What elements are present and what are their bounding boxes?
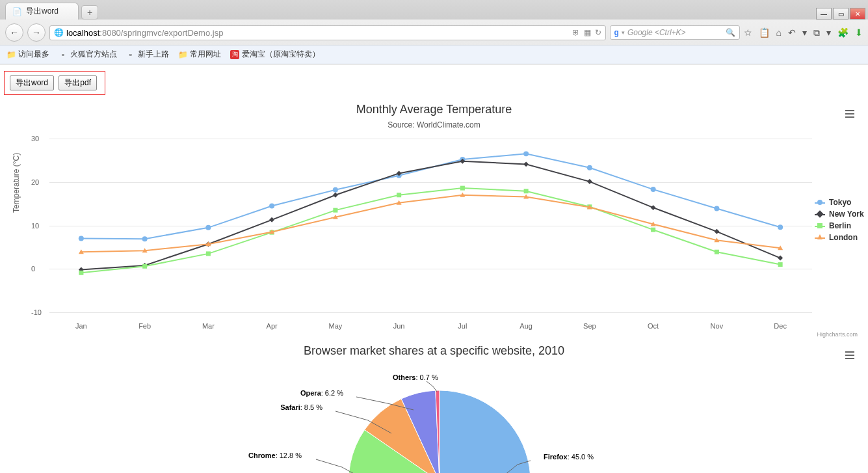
dropdown-icon[interactable]: ▾ <box>622 29 625 36</box>
export-buttons-highlight: 导出word 导出pdf <box>4 71 105 95</box>
download-icon[interactable]: ⬇ <box>855 27 863 38</box>
legend-item[interactable]: Berlin <box>815 221 864 230</box>
data-marker[interactable] <box>397 193 401 197</box>
data-marker[interactable] <box>587 179 592 184</box>
data-marker[interactable] <box>269 203 274 208</box>
folder-icon: 📁 <box>7 50 16 59</box>
home-icon[interactable]: ⌂ <box>776 27 782 38</box>
data-marker[interactable] <box>714 229 719 234</box>
chart-title: Monthly Average Temperature <box>4 103 864 116</box>
legend-item[interactable]: New York <box>815 209 864 219</box>
x-tick-label: May <box>328 322 342 330</box>
series-line[interactable] <box>81 195 780 252</box>
bookmark-item[interactable]: 📁访问最多 <box>7 49 49 60</box>
data-marker[interactable] <box>651 228 655 232</box>
chart-menu-icon[interactable] <box>842 107 858 121</box>
data-marker[interactable] <box>206 251 211 256</box>
pie-label: Opera: 6.2 % <box>300 389 343 397</box>
grid-icon[interactable]: ▦ <box>584 28 591 37</box>
pie-chart: Browser market shares at a specific webs… <box>4 344 864 473</box>
chart-legend: TokyoNew YorkBerlinLondon <box>815 198 864 245</box>
series-line[interactable] <box>81 188 780 273</box>
data-marker[interactable] <box>714 206 719 211</box>
legend-label: London <box>829 233 858 242</box>
x-tick-label: Nov <box>711 322 724 330</box>
y-tick-label: 10 <box>31 222 39 230</box>
data-marker[interactable] <box>269 217 274 223</box>
legend-item[interactable]: Tokyo <box>815 198 864 207</box>
data-marker[interactable] <box>523 161 529 167</box>
export-word-button[interactable]: 导出word <box>10 75 54 90</box>
back-button[interactable]: ← <box>5 23 23 42</box>
legend-label: Berlin <box>829 221 851 230</box>
search-placeholder: Google <Ctrl+K> <box>627 28 686 37</box>
forward-button[interactable]: → <box>27 23 46 42</box>
clipboard-icon[interactable]: 📋 <box>759 27 770 38</box>
search-bar[interactable]: g ▾ Google <Ctrl+K> 🔍 <box>610 25 740 40</box>
data-marker[interactable] <box>523 151 529 156</box>
export-pdf-button[interactable]: 导出pdf <box>59 75 97 90</box>
tao-icon: 淘 <box>230 50 239 59</box>
x-tick-label: Jun <box>393 322 405 330</box>
data-marker[interactable] <box>142 236 148 241</box>
redo-icon[interactable]: ▾ <box>802 27 807 38</box>
data-marker[interactable] <box>79 271 83 275</box>
grid-line <box>49 312 812 313</box>
data-marker[interactable] <box>524 189 529 193</box>
reload-icon[interactable]: ↻ <box>595 28 601 37</box>
legend-label: Tokyo <box>829 198 851 207</box>
pie-title: Browser market shares at a specific webs… <box>4 344 864 358</box>
legend-marker <box>815 222 825 230</box>
data-marker[interactable] <box>715 250 719 254</box>
bookmark-item[interactable]: ▫新手上路 <box>126 49 169 60</box>
dropdown-icon[interactable]: ▾ <box>826 27 831 38</box>
url-bar[interactable]: 🌐 localhost:8080/springmvc/exportDemo.js… <box>49 25 606 40</box>
data-marker[interactable] <box>205 225 211 230</box>
data-marker[interactable] <box>79 236 84 241</box>
new-tab-button[interactable]: + <box>81 5 98 20</box>
data-marker[interactable] <box>333 187 338 193</box>
search-icon[interactable]: 🔍 <box>726 28 735 37</box>
bookmark-item[interactable]: 📁常用网址 <box>178 49 221 60</box>
data-marker[interactable] <box>142 264 147 269</box>
tab-group-icon[interactable]: ⧉ <box>813 27 820 38</box>
data-marker[interactable] <box>651 205 656 210</box>
x-tick-label: Jul <box>458 322 467 330</box>
legend-marker <box>815 234 825 241</box>
bookmark-item[interactable]: 淘爱淘宝（原淘宝特卖） <box>230 49 320 60</box>
data-marker[interactable] <box>651 187 656 192</box>
x-tick-label: Oct <box>648 322 659 330</box>
legend-marker <box>815 210 825 218</box>
window-close-button[interactable]: ✕ <box>850 8 865 20</box>
y-tick-label: 30 <box>31 135 39 142</box>
pie-label-connector <box>427 381 437 392</box>
url-row: ← → 🌐 localhost:8080/springmvc/exportDem… <box>0 20 868 46</box>
undo-icon[interactable]: ↶ <box>788 27 796 38</box>
data-marker[interactable] <box>587 165 592 170</box>
series-line[interactable] <box>81 161 780 270</box>
data-marker[interactable] <box>460 186 465 191</box>
puzzle-icon[interactable]: 🧩 <box>837 27 848 38</box>
data-marker[interactable] <box>333 193 338 198</box>
x-tick-label: Apr <box>267 322 278 330</box>
star-icon[interactable]: ☆ <box>744 27 752 38</box>
legend-item[interactable]: London <box>815 233 864 242</box>
tab-row: 📄 导出word + — ▭ ✕ <box>0 0 868 20</box>
pie-plot-area: Firefox: 45.0 %Chrome: 12.8 %Safari: 8.5… <box>4 358 864 473</box>
shield-icon[interactable]: ⛨ <box>572 28 580 37</box>
window-minimize-button[interactable]: — <box>816 8 832 20</box>
pie-slice[interactable] <box>440 390 531 473</box>
chart-credits: Highcharts.com <box>4 331 864 338</box>
browser-tab[interactable]: 📄 导出word <box>5 3 79 20</box>
y-axis-label: Temperature (°C) <box>12 153 21 213</box>
page-icon: ▫ <box>59 50 68 59</box>
folder-icon: 📁 <box>178 50 187 59</box>
legend-label: New York <box>829 209 864 219</box>
series-line[interactable] <box>81 154 780 239</box>
data-marker[interactable] <box>333 208 337 213</box>
window-maximize-button[interactable]: ▭ <box>833 8 848 20</box>
data-marker[interactable] <box>778 224 783 230</box>
bookmark-item[interactable]: ▫火狐官方站点 <box>59 49 117 60</box>
data-marker[interactable] <box>778 262 783 267</box>
data-marker[interactable] <box>778 256 783 261</box>
